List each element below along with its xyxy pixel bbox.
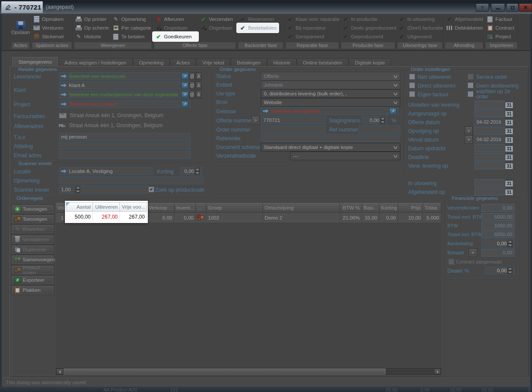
afgehandeld-date-input[interactable]: [474, 188, 507, 196]
op-scherm-button[interactable]: Op scherm: [73, 24, 110, 32]
slagingskans-spinner[interactable]: 0,00: [362, 116, 387, 124]
calendar-button[interactable]: 31: [505, 179, 513, 187]
zoek-op-productcode-checkbox[interactable]: ✔: [148, 186, 154, 193]
verval-datum-input[interactable]: 04-02-2016: [474, 135, 507, 143]
op-printer-button[interactable]: Op printer: [73, 15, 110, 24]
bron-dropdown[interactable]: Website∨: [261, 98, 400, 107]
aangevraagd-date-input[interactable]: [474, 109, 507, 117]
scrollbar-thumb[interactable]: [64, 368, 385, 375]
open-link-button[interactable]: ↗: [389, 108, 396, 115]
calendar-button[interactable]: 31: [505, 188, 513, 196]
spinner-arrows[interactable]: [508, 267, 512, 274]
datum-opdracht-input[interactable]: [474, 144, 507, 152]
col-omschrijving[interactable]: Omschrijving: [263, 203, 340, 213]
address-a-button[interactable]: A: [196, 81, 201, 89]
goedkeuren-button[interactable]: ✔Goedkeuren: [153, 32, 198, 41]
leverancier-field[interactable]: Selecteer een leverancier ↗: [59, 72, 191, 80]
email-at-button[interactable]: @: [189, 91, 195, 98]
deadline-input[interactable]: [474, 153, 507, 161]
offerte-datum-input[interactable]: 04-02-2016: [474, 118, 507, 126]
referentie-input[interactable]: [261, 134, 399, 142]
verw-levering-input[interactable]: [474, 162, 507, 169]
minimize-button[interactable]: [491, 3, 505, 12]
spinner-arrows[interactable]: [508, 240, 512, 247]
spinner-down-icon[interactable]: [508, 270, 512, 274]
col-verkoop[interactable]: Verkoop ...: [147, 203, 174, 213]
toevoegen-button[interactable]: +Toevoegen: [12, 205, 54, 213]
scanner-opmerking-input[interactable]: [59, 176, 204, 184]
toevoegen-product-button[interactable]: Toevoegen: [12, 215, 54, 223]
spinner-up-icon[interactable]: [508, 240, 512, 243]
tab-digitale-kopie[interactable]: Digitale kopie: [349, 58, 391, 67]
uitstellen-date-input[interactable]: [474, 101, 507, 108]
spinner-up-icon[interactable]: [195, 168, 200, 171]
contactpersoon-field[interactable]: Selecteer een contactpersoon van deze or…: [59, 91, 191, 98]
col-vrije-voorraad-highlighted[interactable]: Vrije voo...: [120, 202, 147, 212]
uw-type-dropdown[interactable]: 0, distributeurs levering (bulk order), …: [261, 89, 400, 98]
tab-stamgegevens[interactable]: Stamgegevens: [12, 57, 58, 67]
col-btw[interactable]: BTW %: [340, 203, 362, 213]
calendar-button[interactable]: 31: [505, 153, 513, 161]
spinner-up-icon[interactable]: [508, 267, 512, 270]
open-link-button[interactable]: ↗: [181, 91, 188, 98]
calendar-button[interactable]: 31: [505, 101, 513, 108]
order-nummer-input[interactable]: [261, 125, 326, 133]
factuur-button[interactable]: Factuur: [484, 15, 516, 24]
open-link-button[interactable]: ↗: [181, 101, 188, 108]
opmaken-button[interactable]: Opmaken: [31, 15, 65, 24]
email-adres-input[interactable]: [59, 151, 191, 159]
deblokkeren-button[interactable]: Deblokkeren: [444, 24, 485, 32]
offerte-nummer-gt-button[interactable]: >: [252, 116, 259, 124]
email-at-button[interactable]: @: [189, 81, 195, 89]
opvolging-gt-button[interactable]: >: [465, 127, 472, 135]
calendar-button[interactable]: 31: [505, 135, 513, 143]
wachten-op-2e-order-checkbox[interactable]: [467, 91, 474, 97]
tav-input[interactable]: mij persoon: [59, 133, 191, 141]
col-aantal-highlighted[interactable]: Aantal: [66, 202, 93, 212]
scroll-right-button[interactable]: [434, 368, 441, 375]
locatie-field[interactable]: Locatie A, Vestiging: [59, 167, 153, 175]
tab-vrije-tekst[interactable]: Vrije tekst: [196, 58, 230, 67]
spinner-arrows[interactable]: [195, 168, 200, 175]
contract-button[interactable]: Contract: [484, 24, 516, 32]
samenvoegen-button[interactable]: Samenvoegen: [12, 255, 54, 264]
te-betalen-button[interactable]: Te betalen: [110, 32, 153, 41]
afkeuren-button[interactable]: ✖Afkeuren: [153, 15, 198, 24]
tab-opmerking[interactable]: Opmerking: [133, 58, 170, 67]
address-a-button[interactable]: A: [196, 72, 201, 80]
verval-gt-button[interactable]: >: [465, 135, 472, 143]
tab-acties[interactable]: Acties: [170, 58, 196, 67]
tab-historie[interactable]: Historie: [267, 58, 297, 67]
col-basis[interactable]: Basi...: [362, 203, 379, 213]
project-field[interactable]: Selecteer een project ↗: [59, 100, 191, 108]
spinner-up-icon[interactable]: [75, 186, 80, 189]
document-schema-dropdown[interactable]: Standaard direct digitaal + digitale kop…: [261, 143, 400, 152]
col-prijs[interactable]: Prijs: [398, 203, 423, 213]
col-uitleveren-highlighted[interactable]: Uitleveren: [93, 202, 120, 212]
niet-uitleveren-checkbox[interactable]: [409, 74, 415, 80]
spotlight-data-row[interactable]: 500,00 267,00 267,00: [66, 212, 147, 222]
in-uitvoering-date-input[interactable]: [474, 179, 507, 187]
verzenden-button[interactable]: ✔Verzenden: [198, 15, 235, 24]
col-totaal[interactable]: Totaa: [423, 203, 441, 213]
table-horizontal-scrollbar[interactable]: [56, 368, 441, 375]
calendar-button[interactable]: 31: [505, 109, 513, 117]
afdeling-input[interactable]: [59, 142, 191, 150]
col-inventaris[interactable]: Invent...: [174, 203, 196, 213]
scanner-qty-spinner[interactable]: 1,00: [59, 186, 82, 193]
gebouw-field[interactable]: Selecteer een gebouw ↗: [261, 107, 399, 115]
scanner-code-input[interactable]: [80, 186, 149, 193]
korting-spinner[interactable]: 0,00: [180, 167, 202, 175]
scroll-left-button[interactable]: [56, 368, 63, 375]
betaald-plus-button[interactable]: +: [469, 249, 477, 257]
tab-adres-wijzigen[interactable]: Adres wijzigen / Instellingen: [58, 58, 133, 67]
spinner-down-icon[interactable]: [508, 243, 512, 247]
verzendmethode-dropdown[interactable]: ---∨: [290, 152, 400, 160]
spinner-down-icon[interactable]: [195, 171, 200, 175]
maximize-button[interactable]: [506, 3, 518, 12]
calendar-button[interactable]: 31: [505, 127, 513, 135]
aanbetaling-spinner[interactable]: 0,00: [481, 240, 515, 247]
spinner-down-icon[interactable]: [380, 120, 385, 124]
per-categorie-button[interactable]: Per categorie: [110, 24, 153, 32]
col-groep[interactable]: Groep: [206, 203, 263, 213]
